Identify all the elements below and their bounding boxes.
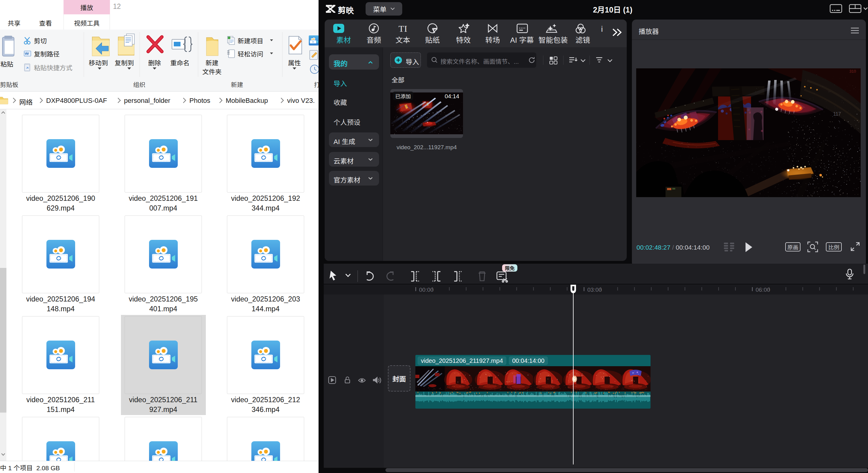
svg-text:310: 310 bbox=[849, 69, 856, 73]
svg-text:117: 117 bbox=[833, 111, 841, 116]
svg-text:TI: TI bbox=[399, 24, 407, 34]
svg-text:i: i bbox=[601, 25, 603, 34]
